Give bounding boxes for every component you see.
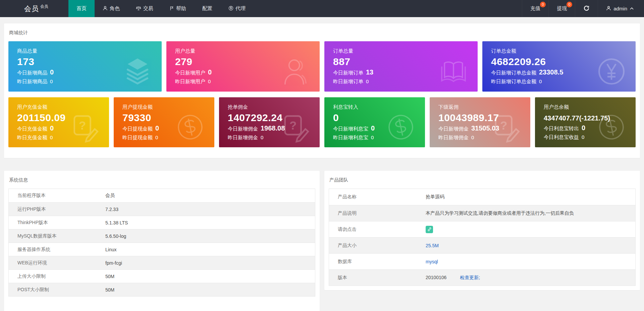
stat-line3-value: 0 xyxy=(371,135,374,140)
nav-item-label: 交易 xyxy=(143,5,153,12)
stat-title: 抢单佣金 xyxy=(228,104,320,110)
stat-card-grab-commission: 抢单佣金 1407292.24 今日新增佣金1968.08 昨日新增佣金0 ? xyxy=(219,97,320,147)
refresh-icon xyxy=(583,5,590,12)
stat-title: 利息宝转入 xyxy=(333,104,425,110)
table-row: 服务器操作系统Linux xyxy=(9,243,315,256)
nav-item-label: 帮助 xyxy=(176,5,186,12)
stat-line3-value: 0 xyxy=(50,135,53,140)
dollar-circle-icon xyxy=(175,112,206,143)
flag-icon xyxy=(169,6,174,12)
stat-title: 用户总量 xyxy=(175,48,320,54)
layers-icon xyxy=(122,56,153,87)
mall-stats-panel: 商城统计 商品总量 173 今日新增商品0 昨日新增商品0 用户总量 279 今… xyxy=(4,23,640,158)
stat-line3-label: 今日利息宝收益 xyxy=(544,134,579,141)
user-icon xyxy=(280,56,311,87)
recharge-button[interactable]: 充值 0 xyxy=(522,0,548,17)
dollar-circle-icon xyxy=(385,112,416,143)
stat-card-interest-in: 利息宝转入 0 今日新增利息宝0 昨日新增利息宝0 xyxy=(324,97,425,147)
system-info-title: 系统信息 xyxy=(8,175,315,189)
product-team-panel: 产品团队 产品名称抢单源码 产品说明本产品只为学习测试交流,请勿要做商业或者用于… xyxy=(324,171,640,290)
app-logo-sup: 会员 xyxy=(40,4,48,9)
recharge-badge: 0 xyxy=(540,2,546,7)
topbar: 会员 会员 首页 角色 交易 帮助 配置 代理 充值 0 xyxy=(0,0,644,17)
table-row: POST大小限制50M xyxy=(9,283,315,296)
mall-stats-title: 商城统计 xyxy=(8,28,636,41)
table-row: 当前程序版本会员 xyxy=(9,189,315,202)
nav-item-roles[interactable]: 角色 xyxy=(95,0,128,17)
stat-title: 商品总量 xyxy=(17,48,162,54)
nav-item-trade[interactable]: 交易 xyxy=(128,0,161,17)
book-icon xyxy=(438,56,469,87)
stat-card-withdraw-amount: 用户提现金额 79330 今日提现金额0 昨日提现金额0 xyxy=(114,97,214,147)
stat-title: 订单总量 xyxy=(333,48,478,54)
stat-card-total-balance: 用户总余额 4347407.77(-1221.75) 今日利息宝转出0 今日利息… xyxy=(535,97,636,147)
nav-item-agent[interactable]: 代理 xyxy=(220,0,254,17)
stat-line3-label: 昨日新增订单总金额 xyxy=(491,79,536,85)
stat-line2-label: 今日新增利息宝 xyxy=(333,126,368,132)
product-team-title: 产品团队 xyxy=(329,175,636,189)
stat-title: 用户总余额 xyxy=(544,104,636,110)
user-menu[interactable]: admin xyxy=(598,0,644,17)
scales-icon xyxy=(136,6,141,12)
edit-question-icon: ? xyxy=(280,112,311,143)
dollar-circle-icon xyxy=(228,6,233,12)
app-logo[interactable]: 会员 会员 xyxy=(0,0,68,17)
stat-line2-label: 今日利息宝转出 xyxy=(544,125,579,132)
stat-line2-label: 今日新增佣金 xyxy=(438,126,469,132)
stat-line2-value: 0 xyxy=(50,124,54,132)
user-name: admin xyxy=(613,6,627,11)
stat-card-sub-rebate: 下级返佣 10043989.17 今日新增佣金31505.03 昨日新增佣金0 … xyxy=(430,97,530,147)
stat-line3-label: 昨日提现金额 xyxy=(122,135,153,141)
stat-line2-label: 今日新增订单 xyxy=(333,70,363,76)
check-update-link[interactable]: 检查更新; xyxy=(460,275,480,280)
nav-item-help[interactable]: 帮助 xyxy=(161,0,194,17)
stat-line3-value: 0 xyxy=(208,79,211,84)
stat-line3-label: 昨日新增佣金 xyxy=(438,135,469,141)
withdraw-label: 提现 xyxy=(557,5,567,12)
stat-line3-value: 0 xyxy=(582,134,584,140)
svg-text:?: ? xyxy=(500,119,507,132)
person-icon xyxy=(606,6,611,12)
nav-item-home[interactable]: 首页 xyxy=(68,0,95,17)
edit-question-icon: ? xyxy=(491,112,522,143)
nav-item-label: 代理 xyxy=(235,5,246,12)
stat-line2-label: 今日新增订单总金额 xyxy=(491,70,536,76)
product-size-link[interactable]: 25.5M xyxy=(426,243,439,248)
stat-line2-value: 23308.5 xyxy=(539,68,563,76)
stat-line2-value: 0 xyxy=(371,124,375,132)
stat-title: 下级返佣 xyxy=(438,104,530,110)
nav-item-label: 首页 xyxy=(76,5,87,12)
nav-item-config[interactable]: 配置 xyxy=(194,0,220,17)
withdraw-button[interactable]: 提现 0 xyxy=(548,0,575,17)
stat-line2-value: 0 xyxy=(155,124,159,132)
stat-line3-label: 昨日新增利息宝 xyxy=(333,135,368,141)
table-row: 上传大小限制50M xyxy=(9,269,315,283)
nav-item-label: 角色 xyxy=(110,5,120,12)
stat-line3-value: 0 xyxy=(50,79,53,84)
table-row: 版本 20100106检查更新; xyxy=(329,269,635,286)
database-link[interactable]: mysql xyxy=(426,259,438,264)
stat-line2-label: 今日充值金额 xyxy=(17,126,47,132)
yen-circle-icon xyxy=(596,56,627,87)
stat-title: 用户充值金额 xyxy=(17,104,109,110)
stat-line3-label: 昨日新增商品 xyxy=(17,79,47,85)
link-icon[interactable] xyxy=(426,226,433,233)
dollar-circle-icon xyxy=(596,112,627,143)
recharge-label: 充值 xyxy=(530,5,540,12)
stat-line3-label: 昨日充值金额 xyxy=(17,135,47,141)
app-logo-text: 会员 xyxy=(24,4,39,13)
table-row: MySQL数据库版本5.6.50-log xyxy=(9,229,315,243)
topbar-actions: 充值 0 提现 0 admin xyxy=(522,0,644,17)
stats-row-1: 商品总量 173 今日新增商品0 昨日新增商品0 用户总量 279 今日新增用户… xyxy=(8,41,636,92)
stat-line2-value: 0 xyxy=(582,124,585,132)
main-nav: 首页 角色 交易 帮助 配置 代理 xyxy=(68,0,254,17)
stat-card-users: 用户总量 279 今日新增用户0 昨日新增用户0 xyxy=(166,41,320,92)
svg-text:?: ? xyxy=(79,119,86,132)
stat-line2-label: 今日新增商品 xyxy=(17,70,47,76)
table-row: 产品名称抢单源码 xyxy=(329,189,635,205)
stat-line3-value: 0 xyxy=(471,135,474,140)
stat-line3-value: 0 xyxy=(539,79,542,84)
stat-line3-value: 0 xyxy=(366,79,369,84)
refresh-button[interactable] xyxy=(575,0,598,17)
table-row: 运行PHP版本7.2.33 xyxy=(9,202,315,216)
